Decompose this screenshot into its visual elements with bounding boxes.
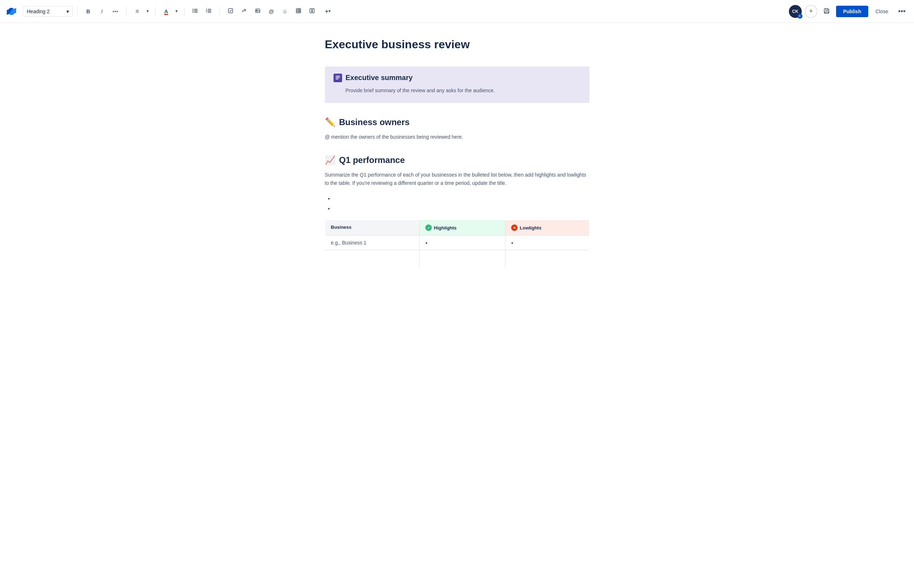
task-icon (228, 8, 233, 15)
confluence-logo[interactable] (6, 6, 17, 17)
text-color-group: A ▾ (160, 5, 180, 18)
image-icon (255, 8, 261, 15)
text-color-button[interactable]: A (160, 5, 173, 18)
emoji-button[interactable]: ☺ (278, 5, 291, 18)
summary-panel-header: Executive summary (334, 74, 581, 82)
svg-rect-1 (194, 9, 198, 10)
q1-performance-text: Summarize the Q1 performance of each of … (325, 171, 589, 187)
business-owners-text[interactable]: @ mention the owners of the businesses b… (325, 133, 589, 141)
check-icon: ✓ (425, 225, 432, 231)
svg-rect-9 (208, 10, 211, 11)
more-options-button[interactable]: ••• (895, 5, 908, 18)
heading-selector-label: Heading 2 (27, 8, 50, 14)
align-button[interactable]: ≡ (131, 5, 144, 18)
bold-button[interactable]: B (82, 5, 95, 18)
q1-performance-emoji: 📈 (325, 155, 336, 165)
highlights-list-1 (425, 240, 499, 246)
save-button[interactable] (820, 5, 833, 18)
heading-selector[interactable]: Heading 2 ▾ (23, 6, 73, 17)
list-item[interactable] (431, 240, 499, 246)
svg-text:3.: 3. (206, 11, 208, 13)
align-icon: ≡ (136, 8, 139, 15)
numbered-list-button[interactable]: 1. 2. 3. (202, 5, 215, 18)
toolbar: Heading 2 ▾ B I ••• ≡ ▾ A ▾ (0, 0, 914, 23)
business-owners-section: ✏️ Business owners @ mention the owners … (325, 117, 589, 141)
svg-point-2 (193, 10, 194, 11)
numbered-list-icon: 1. 2. 3. (206, 8, 212, 15)
italic-button[interactable]: I (95, 5, 108, 18)
toolbar-divider-3 (155, 7, 155, 16)
toolbar-divider-4 (184, 7, 184, 16)
columns-icon (309, 8, 315, 15)
add-collaborator-button[interactable]: + (805, 5, 817, 18)
svg-rect-23 (336, 76, 340, 76)
toolbar-divider-1 (77, 7, 78, 16)
td-business-2[interactable] (325, 250, 419, 267)
th-highlights-content: ✓ Highlights (425, 225, 457, 231)
x-icon: ✕ (511, 225, 518, 231)
toolbar-right: CK C + Publish Close ••• (789, 5, 908, 18)
mention-icon: @ (269, 8, 274, 14)
link-icon (241, 8, 247, 15)
list-group: 1. 2. 3. (189, 5, 215, 18)
page-title[interactable]: Executive business review (325, 37, 589, 52)
list-item[interactable] (334, 195, 589, 201)
svg-rect-3 (194, 10, 198, 11)
svg-rect-21 (312, 8, 314, 13)
svg-rect-20 (310, 8, 312, 13)
text-color-dropdown-icon: ▾ (176, 9, 178, 14)
link-button[interactable] (238, 5, 250, 18)
svg-rect-11 (208, 12, 211, 13)
svg-point-0 (193, 9, 194, 10)
insert-dropdown-icon: ▾ (328, 9, 331, 14)
image-button[interactable] (251, 5, 264, 18)
insert-group: @ ☺ + (224, 5, 336, 18)
editor-content: Executive business review Executive summ… (304, 23, 611, 310)
th-highlights-label: Highlights (434, 225, 457, 231)
th-business-label: Business (331, 225, 352, 230)
td-highlights-2[interactable] (419, 250, 505, 267)
business-owners-heading: ✏️ Business owners (325, 117, 589, 127)
align-dropdown-icon: ▾ (147, 9, 149, 14)
svg-rect-25 (336, 79, 339, 79)
avatar-badge: C (798, 14, 803, 19)
svg-rect-15 (296, 8, 300, 13)
list-item[interactable] (334, 205, 589, 211)
toolbar-divider-2 (126, 7, 126, 16)
mention-button[interactable]: @ (265, 5, 278, 18)
publish-button[interactable]: Publish (836, 6, 869, 17)
table-row: e.g., Business 1 (325, 236, 589, 250)
q1-bullet-list (325, 195, 589, 211)
list-item[interactable] (517, 240, 583, 246)
avatar-text: CK (792, 9, 798, 14)
insert-more-button[interactable]: + ▾ (319, 5, 336, 18)
insert-plus-icon: + (325, 8, 328, 15)
text-color-dropdown-button[interactable]: ▾ (173, 5, 180, 18)
svg-rect-5 (194, 12, 198, 13)
toolbar-divider-5 (220, 7, 220, 16)
th-lowlights-content: ✕ Lowlights (511, 225, 541, 231)
summary-panel-title: Executive summary (346, 74, 413, 82)
chevron-down-icon: ▾ (66, 8, 69, 14)
table-button[interactable] (292, 5, 305, 18)
th-lowlights-label: Lowlights (520, 225, 541, 231)
table-icon (296, 8, 301, 15)
text-color-icon: A (165, 8, 168, 14)
td-highlights-1[interactable] (419, 236, 505, 250)
table-row (325, 250, 589, 267)
avatar[interactable]: CK C (789, 5, 802, 18)
td-business-1[interactable]: e.g., Business 1 (325, 236, 419, 250)
columns-button[interactable] (305, 5, 318, 18)
task-button[interactable] (224, 5, 237, 18)
emoji-icon: ☺ (282, 8, 287, 14)
more-format-button[interactable]: ••• (109, 5, 122, 18)
bullet-list-button[interactable] (189, 5, 202, 18)
q1-performance-heading: 📈 Q1 performance (325, 155, 589, 165)
td-lowlights-2[interactable] (505, 250, 589, 267)
align-dropdown-button[interactable]: ▾ (144, 5, 151, 18)
close-button[interactable]: Close (871, 6, 893, 17)
summary-panel-text[interactable]: Provide brief summary of the review and … (334, 87, 581, 94)
td-lowlights-1[interactable] (505, 236, 589, 250)
q1-performance-section: 📈 Q1 performance Summarize the Q1 perfor… (325, 155, 589, 267)
table-header-row: Business ✓ Highlights ✕ Lowlights (325, 220, 589, 236)
